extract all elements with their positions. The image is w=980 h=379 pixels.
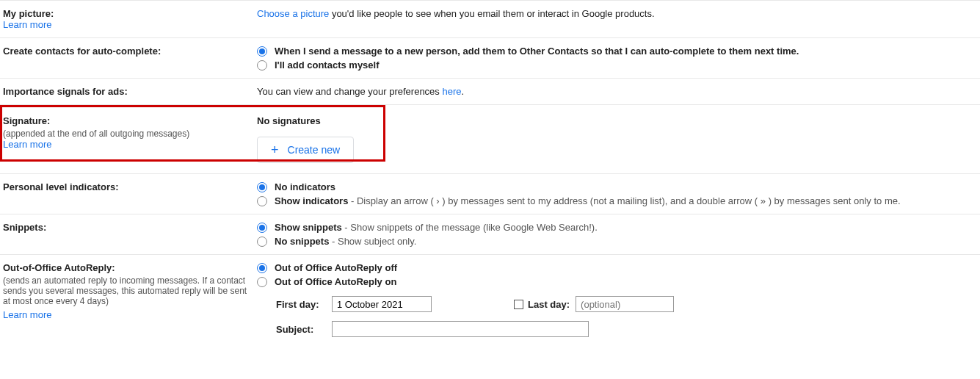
radio-no-indicators[interactable] (257, 182, 267, 192)
row-snippets: Snippets: Show snippets - Show snippets … (0, 214, 980, 255)
show-snippets-bold: Show snippets (275, 222, 342, 233)
importance-ads-label: Importance signals for ads: (3, 86, 250, 97)
no-snippets-desc: - Show subject only. (329, 236, 416, 247)
subject-label: Subject: (276, 324, 329, 335)
radio-auto-add-contacts[interactable] (257, 46, 267, 57)
my-picture-text: you'd like people to see when you email … (329, 8, 654, 19)
radio-ooo-on[interactable] (257, 277, 267, 287)
my-picture-label: My picture: (3, 8, 250, 19)
ooo-learn-more-link[interactable]: Learn more (3, 309, 51, 320)
row-my-picture: My picture: Learn more Choose a picture … (0, 0, 980, 38)
ooo-label: Out-of-Office AutoReply: (3, 262, 250, 273)
choose-picture-link[interactable]: Choose a picture (257, 8, 329, 19)
radio-show-indicators[interactable] (257, 196, 267, 206)
ooo-off-text: Out of Office AutoReply off (275, 262, 397, 273)
show-indicators-desc: - Display an arrow ( › ) by messages sen… (348, 195, 900, 206)
signature-label: Signature: (3, 115, 250, 126)
radio-no-snippets[interactable] (257, 237, 267, 247)
row-personal-indicators: Personal level indicators: No indicators… (0, 174, 980, 214)
ads-pre-text: You can view and change your preferences (257, 86, 442, 97)
subject-input[interactable] (332, 321, 589, 337)
signature-learn-more-link[interactable]: Learn more (3, 139, 51, 150)
lastday-checkbox[interactable] (514, 300, 523, 309)
row-signature: Signature: (appended at the end of all o… (0, 105, 980, 174)
lastday-label: Last day: (528, 299, 570, 310)
no-snippets-bold: No snippets (275, 236, 329, 247)
ads-here-link[interactable]: here (442, 86, 461, 97)
plus-icon: + (271, 143, 279, 156)
ads-post-text: . (462, 86, 465, 97)
my-picture-learn-more-link[interactable]: Learn more (3, 19, 51, 30)
ooo-sublabel: (sends an automated reply to incoming me… (3, 275, 250, 306)
lastday-input[interactable] (576, 296, 674, 312)
create-new-label: Create new (288, 144, 341, 156)
radio-manual-contacts[interactable] (257, 60, 267, 71)
row-create-contacts: Create contacts for auto-complete: When … (0, 38, 980, 79)
ooo-on-text: Out of Office AutoReply on (275, 276, 396, 287)
signature-sublabel: (appended at the end of all outgoing mes… (3, 129, 250, 139)
no-signatures-text: No signatures (257, 115, 973, 126)
row-importance-ads: Importance signals for ads: You can view… (0, 79, 980, 105)
firstday-input[interactable] (332, 296, 432, 312)
show-indicators-bold: Show indicators (275, 195, 348, 206)
show-snippets-desc: - Show snippets of the message (like Goo… (342, 222, 598, 233)
auto-add-contacts-text: When I send a message to a new person, a… (275, 46, 799, 57)
snippets-label: Snippets: (3, 222, 250, 233)
personal-indicators-label: Personal level indicators: (3, 181, 250, 192)
row-out-of-office: Out-of-Office AutoReply: (sends an autom… (0, 255, 980, 353)
radio-ooo-off[interactable] (257, 263, 267, 273)
no-indicators-text: No indicators (275, 181, 335, 192)
create-new-signature-button[interactable]: + Create new (257, 137, 354, 163)
radio-show-snippets[interactable] (257, 223, 267, 233)
firstday-label: First day: (276, 299, 329, 310)
manual-contacts-text: I'll add contacts myself (275, 59, 380, 71)
create-contacts-label: Create contacts for auto-complete: (3, 46, 250, 57)
